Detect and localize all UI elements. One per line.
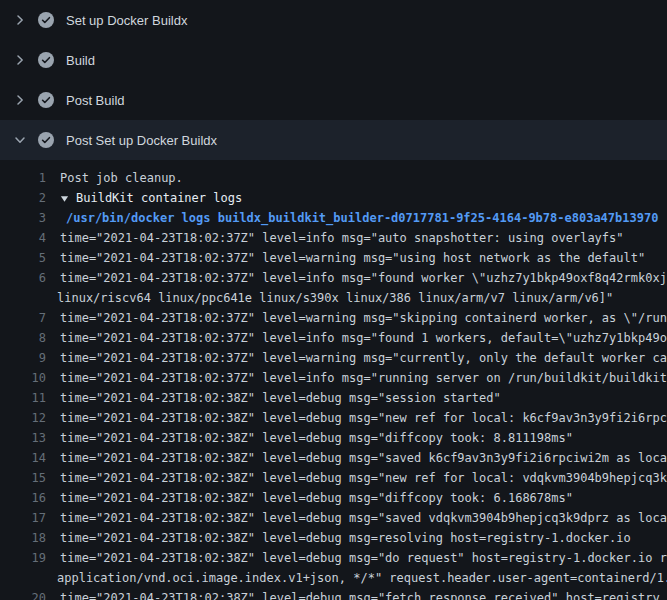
log-line: 3/usr/bin/docker logs buildx_buildkit_bu… bbox=[0, 208, 667, 228]
log-line: 16time="2021-04-23T18:02:38Z" level=debu… bbox=[0, 488, 667, 508]
log-text: time="2021-04-23T18:02:38Z" level=debug … bbox=[60, 468, 667, 488]
line-number[interactable]: 19 bbox=[0, 548, 46, 568]
line-number bbox=[0, 568, 46, 588]
log-text: time="2021-04-23T18:02:38Z" level=debug … bbox=[60, 488, 573, 508]
line-number[interactable]: 17 bbox=[0, 508, 46, 528]
line-number[interactable]: 11 bbox=[0, 388, 46, 408]
log-text: time="2021-04-23T18:02:37Z" level=info m… bbox=[60, 328, 667, 348]
step-label: Build bbox=[66, 53, 95, 68]
log-line: 6time="2021-04-23T18:02:37Z" level=info … bbox=[0, 268, 667, 288]
step-label: Set up Docker Buildx bbox=[66, 13, 187, 28]
steps-list: Set up Docker BuildxBuildPost BuildPost … bbox=[0, 0, 667, 160]
log-text: time="2021-04-23T18:02:37Z" level=warnin… bbox=[60, 248, 645, 268]
line-number[interactable]: 5 bbox=[0, 248, 46, 268]
line-number[interactable]: 1 bbox=[0, 168, 46, 188]
check-circle-icon bbox=[38, 92, 54, 108]
line-number[interactable]: 4 bbox=[0, 228, 46, 248]
log-text: time="2021-04-23T18:02:38Z" level=debug … bbox=[60, 428, 573, 448]
log-line: 18time="2021-04-23T18:02:38Z" level=debu… bbox=[0, 528, 667, 548]
line-number[interactable]: 15 bbox=[0, 468, 46, 488]
log-line: 5time="2021-04-23T18:02:37Z" level=warni… bbox=[0, 248, 667, 268]
log-line: 15time="2021-04-23T18:02:38Z" level=debu… bbox=[0, 468, 667, 488]
line-number[interactable]: 14 bbox=[0, 448, 46, 468]
line-number[interactable]: 13 bbox=[0, 428, 46, 448]
line-number[interactable]: 3 bbox=[0, 208, 46, 228]
log-text: Post job cleanup. bbox=[60, 168, 183, 188]
log-line: 20time="2021-04-23T18:02:38Z" level=debu… bbox=[0, 588, 667, 600]
log-viewer[interactable]: 1Post job cleanup.2BuildKit container lo… bbox=[0, 160, 667, 600]
log-text: time="2021-04-23T18:02:38Z" level=debug … bbox=[60, 448, 667, 468]
log-line: 1Post job cleanup. bbox=[0, 168, 667, 188]
log-text: time="2021-04-23T18:02:38Z" level=debug … bbox=[60, 408, 667, 428]
log-line: 11time="2021-04-23T18:02:38Z" level=debu… bbox=[0, 388, 667, 408]
check-circle-icon bbox=[38, 52, 54, 68]
log-text: time="2021-04-23T18:02:37Z" level=warnin… bbox=[60, 308, 667, 328]
line-number[interactable]: 8 bbox=[0, 328, 46, 348]
line-number[interactable]: 2 bbox=[0, 188, 46, 208]
log-group-header[interactable]: BuildKit container logs bbox=[60, 188, 242, 208]
check-circle-icon bbox=[38, 132, 54, 148]
log-line: 17time="2021-04-23T18:02:38Z" level=debu… bbox=[0, 508, 667, 528]
log-text: time="2021-04-23T18:02:37Z" level=info m… bbox=[60, 228, 624, 248]
chevron-right-icon[interactable] bbox=[12, 92, 28, 108]
log-group-label: BuildKit container logs bbox=[76, 188, 242, 208]
chevron-down-icon[interactable] bbox=[12, 132, 28, 148]
log-text: time="2021-04-23T18:02:38Z" level=debug … bbox=[60, 508, 667, 528]
log-line: linux/riscv64 linux/ppc641e linux/s390x … bbox=[0, 288, 667, 308]
line-number[interactable]: 9 bbox=[0, 348, 46, 368]
log-line: 9time="2021-04-23T18:02:37Z" level=warni… bbox=[0, 348, 667, 368]
log-line: 12time="2021-04-23T18:02:38Z" level=debu… bbox=[0, 408, 667, 428]
chevron-right-icon[interactable] bbox=[12, 12, 28, 28]
step-row-set-up-docker-buildx[interactable]: Set up Docker Buildx bbox=[0, 0, 667, 40]
log-line: 7time="2021-04-23T18:02:37Z" level=warni… bbox=[0, 308, 667, 328]
line-number[interactable]: 7 bbox=[0, 308, 46, 328]
caret-down-icon[interactable] bbox=[60, 194, 76, 203]
step-row-post-set-up-docker-buildx[interactable]: Post Set up Docker Buildx bbox=[0, 120, 667, 160]
log-line: 8time="2021-04-23T18:02:37Z" level=info … bbox=[0, 328, 667, 348]
line-number[interactable]: 16 bbox=[0, 488, 46, 508]
log-line: 14time="2021-04-23T18:02:38Z" level=debu… bbox=[0, 448, 667, 468]
check-circle-icon bbox=[38, 12, 54, 28]
log-text: application/vnd.oci.image.index.v1+json,… bbox=[57, 568, 667, 588]
chevron-right-icon[interactable] bbox=[12, 52, 28, 68]
step-row-post-build[interactable]: Post Build bbox=[0, 80, 667, 120]
log-line: 2BuildKit container logs bbox=[0, 188, 667, 208]
log-line: 10time="2021-04-23T18:02:37Z" level=info… bbox=[0, 368, 667, 388]
log-text: time="2021-04-23T18:02:37Z" level=info m… bbox=[60, 368, 667, 388]
line-number[interactable]: 20 bbox=[0, 588, 46, 600]
step-row-build[interactable]: Build bbox=[0, 40, 667, 80]
step-label: Post Build bbox=[66, 93, 125, 108]
log-text: time="2021-04-23T18:02:37Z" level=warnin… bbox=[60, 348, 667, 368]
line-number[interactable]: 6 bbox=[0, 268, 46, 288]
log-line: 19time="2021-04-23T18:02:38Z" level=debu… bbox=[0, 548, 667, 568]
log-text: time="2021-04-23T18:02:38Z" level=debug … bbox=[60, 548, 667, 568]
log-text: time="2021-04-23T18:02:38Z" level=debug … bbox=[60, 588, 660, 600]
log-text: linux/riscv64 linux/ppc641e linux/s390x … bbox=[57, 288, 613, 308]
line-number bbox=[0, 288, 46, 308]
line-number[interactable]: 18 bbox=[0, 528, 46, 548]
log-line: 4time="2021-04-23T18:02:37Z" level=info … bbox=[0, 228, 667, 248]
log-text: time="2021-04-23T18:02:38Z" level=debug … bbox=[60, 388, 501, 408]
log-line: 13time="2021-04-23T18:02:38Z" level=debu… bbox=[0, 428, 667, 448]
line-number[interactable]: 10 bbox=[0, 368, 46, 388]
log-command-text: /usr/bin/docker logs buildx_buildkit_bui… bbox=[66, 208, 658, 228]
step-label: Post Set up Docker Buildx bbox=[66, 133, 217, 148]
log-line: application/vnd.oci.image.index.v1+json,… bbox=[0, 568, 667, 588]
log-text: time="2021-04-23T18:02:38Z" level=debug … bbox=[60, 528, 631, 548]
log-text: time="2021-04-23T18:02:37Z" level=info m… bbox=[60, 268, 667, 288]
line-number[interactable]: 12 bbox=[0, 408, 46, 428]
